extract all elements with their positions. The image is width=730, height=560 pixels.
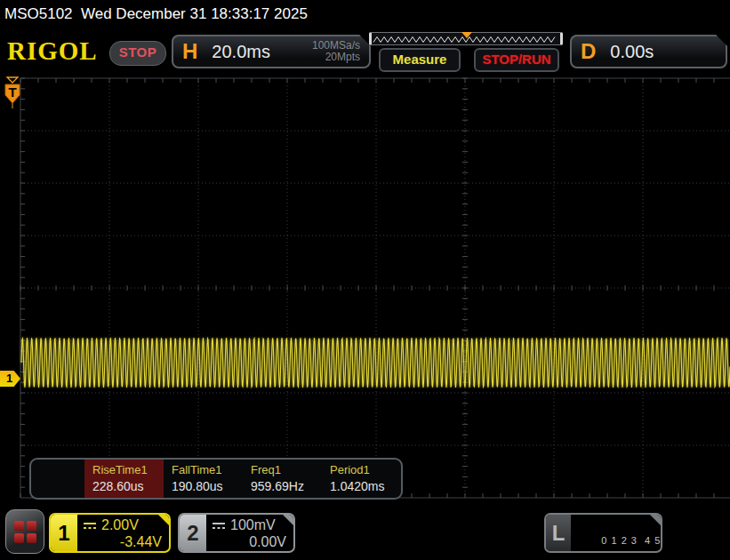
channel-1-number: 1 — [51, 515, 77, 551]
corner-bevel-icon — [283, 515, 293, 525]
logic-row-0-7: 0 1 2 3 4 5 6 7 — [601, 535, 662, 546]
trigger-position-icon — [461, 32, 472, 38]
dc-coupling-icon — [212, 521, 226, 530]
waveform-display-area: T 1 RiseTime1 228.60us FallTime1 190.80u… — [0, 76, 730, 507]
memory-position-strip[interactable] — [369, 32, 563, 45]
channel-1-values: 2.00V -3.44V — [77, 515, 169, 551]
horizontal-timebase-panel[interactable]: H 20.0ms 100MSa/s 20Mpts — [172, 35, 371, 68]
dc-coupling-icon — [83, 521, 97, 530]
measurement-item-period[interactable]: Period1 1.0420ms — [322, 460, 401, 498]
corner-bevel-icon — [158, 515, 169, 525]
trigger-letter: T — [8, 84, 16, 100]
function-menu-button[interactable] — [5, 509, 44, 554]
measurement-value: 1.0420ms — [330, 479, 401, 493]
logic-channel-numbers: 0 1 2 3 4 5 6 7 8 9 10 11 12 13 14 15 — [571, 515, 662, 551]
measurement-value: 959.69Hz — [251, 479, 322, 493]
channel-2-number: 2 — [180, 515, 206, 551]
oscilloscope-screen: { "top_bar": { "title": "MSO5102 Wed Dec… — [0, 0, 730, 560]
measurement-results-panel: RiseTime1 228.60us FallTime1 190.80us Fr… — [29, 458, 403, 500]
channel-1-offset: -3.44V — [83, 534, 162, 550]
measurement-item-falltime[interactable]: FallTime1 190.80us — [164, 460, 243, 498]
measurement-value: 228.60us — [92, 479, 164, 493]
ch1-waveform-trace — [0, 76, 730, 507]
trigger-delay-panel[interactable]: D 0.00s — [570, 35, 727, 68]
channel-1-scale: 2.00V — [101, 517, 139, 533]
logic-analyzer-label: L — [546, 515, 571, 551]
channel-2-scale: 100mV — [230, 517, 276, 533]
channel-1-widget[interactable]: 1 2.00V -3.44V — [49, 513, 171, 553]
measurement-item-risetime[interactable]: RiseTime1 228.60us — [84, 460, 164, 498]
trigger-top-triangle-icon — [7, 77, 18, 83]
top-status-bar: MSO5102 Wed December 31 18:33:17 2025 — [0, 0, 730, 28]
acquisition-info: 100MSa/s 20Mpts — [312, 40, 360, 63]
timebase-value: 20.0ms — [212, 42, 270, 62]
measure-button[interactable]: Measure — [379, 48, 461, 72]
channel-2-offset: 0.00V — [212, 534, 286, 550]
measurement-label: FallTime1 — [172, 463, 243, 476]
h-label: H — [182, 39, 197, 64]
stop-run-button[interactable]: STOP/RUN — [474, 48, 559, 72]
rigol-logo: RIGOL — [7, 36, 98, 66]
corner-bevel-icon — [650, 515, 661, 525]
trigger-position-marker[interactable]: T — [0, 76, 25, 109]
measurement-label: RiseTime1 — [92, 463, 164, 476]
measurement-value: 190.80us — [172, 479, 243, 493]
header-toolbar: RIGOL STOP H 20.0ms 100MSa/s 20Mpts Meas… — [0, 28, 730, 76]
logic-analyzer-widget[interactable]: L 0 1 2 3 4 5 6 7 8 9 10 11 12 13 14 15 — [544, 513, 662, 553]
model-and-datetime: MSO5102 Wed December 31 18:33:17 2025 — [4, 5, 308, 23]
channel-2-widget[interactable]: 2 100mV 0.00V — [178, 513, 295, 553]
memory-depth: 20Mpts — [325, 51, 360, 63]
channel-2-values: 100mV 0.00V — [206, 515, 293, 551]
sample-rate: 100MSa/s — [312, 39, 360, 52]
delay-value: 0.00s — [610, 42, 654, 62]
grid-menu-icon — [14, 521, 36, 543]
run-state-badge: STOP — [109, 41, 166, 66]
measurement-label: Period1 — [330, 463, 401, 476]
bottom-channel-bar: 1 2.00V -3.44V 2 100mV 0.00V — [0, 507, 730, 560]
measurement-label: Freq1 — [251, 463, 322, 476]
d-label: D — [581, 39, 596, 64]
measurement-item-freq[interactable]: Freq1 959.69Hz — [243, 460, 322, 498]
measurement-gutter — [31, 460, 84, 498]
